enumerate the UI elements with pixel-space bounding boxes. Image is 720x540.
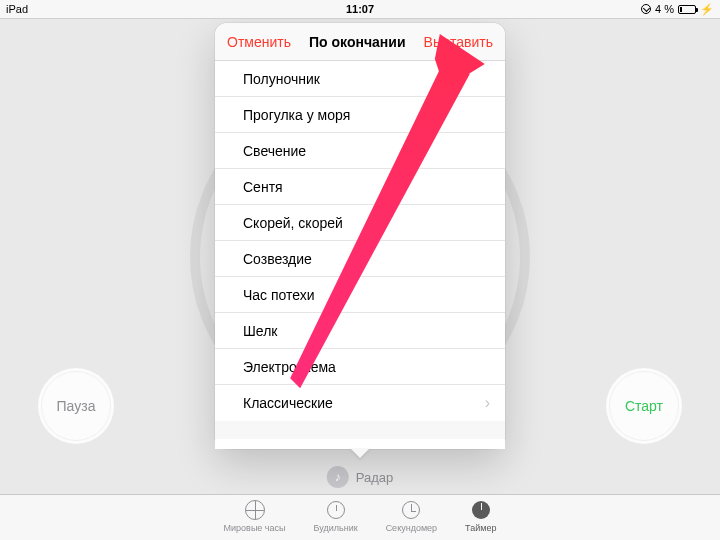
classic-row[interactable]: Классические › <box>215 385 505 421</box>
sound-option-label: Шелк <box>243 323 277 339</box>
sound-option-label: Созвездие <box>243 251 312 267</box>
status-bar: iPad 11:07 4 % ⚡ <box>0 0 720 18</box>
sound-label: Радар <box>356 470 394 485</box>
sound-option-label: Час потехи <box>243 287 315 303</box>
sound-option-label: Свечение <box>243 143 306 159</box>
sound-option-label: Электросхема <box>243 359 336 375</box>
charging-icon: ⚡ <box>700 3 714 16</box>
tab-label: Секундомер <box>386 523 437 533</box>
tab-alarm[interactable]: Будильник <box>314 499 358 540</box>
timer-stage: Пауза Старт ♪ Радар Отменить По окончани… <box>0 18 720 494</box>
pause-button[interactable]: Пауза <box>38 368 114 444</box>
popover-list[interactable]: Полуночник Прогулка у моря Свечение Сент… <box>215 61 505 449</box>
start-label: Старт <box>625 398 663 414</box>
status-time: 11:07 <box>346 3 374 15</box>
tab-timer[interactable]: Таймер <box>465 499 496 540</box>
start-button[interactable]: Старт <box>606 368 682 444</box>
cancel-button[interactable]: Отменить <box>227 34 291 50</box>
sound-option[interactable]: Шелк <box>215 313 505 349</box>
tab-label: Мировые часы <box>224 523 286 533</box>
chevron-right-icon: › <box>485 394 490 412</box>
sound-option[interactable]: Созвездие <box>215 241 505 277</box>
battery-icon <box>678 5 696 14</box>
popover-header: Отменить По окончании Выставить <box>215 23 505 61</box>
device-label: iPad <box>6 3 28 15</box>
classic-label: Классические <box>243 395 333 411</box>
sound-option[interactable]: Скорей, скорей <box>215 205 505 241</box>
tab-world-clock[interactable]: Мировые часы <box>224 499 286 540</box>
popover-arrow <box>350 448 370 458</box>
pause-label: Пауза <box>57 398 96 414</box>
sound-option[interactable]: Полуночник <box>215 61 505 97</box>
battery-text: 4 % <box>655 3 674 15</box>
timer-icon <box>472 501 490 519</box>
stopwatch-icon <box>402 501 420 519</box>
rotation-lock-icon <box>641 4 651 14</box>
set-button[interactable]: Выставить <box>424 34 493 50</box>
globe-icon <box>245 500 265 520</box>
sound-option-label: Сентя <box>243 179 283 195</box>
alarm-icon <box>327 501 345 519</box>
status-right: 4 % ⚡ <box>641 3 714 16</box>
sound-option[interactable]: Свечение <box>215 133 505 169</box>
tab-label: Таймер <box>465 523 496 533</box>
sound-option[interactable]: Электросхема <box>215 349 505 385</box>
sound-option[interactable]: Прогулка у моря <box>215 97 505 133</box>
sound-option-label: Полуночник <box>243 71 320 87</box>
sound-option[interactable]: Час потехи <box>215 277 505 313</box>
sound-option[interactable]: Сентя <box>215 169 505 205</box>
tab-stopwatch[interactable]: Секундомер <box>386 499 437 540</box>
sound-option-label: Прогулка у моря <box>243 107 350 123</box>
sound-row[interactable]: ♪ Радар <box>327 466 394 488</box>
sound-option-label: Скорей, скорей <box>243 215 343 231</box>
tab-label: Будильник <box>314 523 358 533</box>
popover-title: По окончании <box>309 34 405 50</box>
sound-picker-popover: Отменить По окончании Выставить Полуночн… <box>215 23 505 449</box>
tab-bar: Мировые часы Будильник Секундомер Таймер <box>0 494 720 540</box>
music-note-icon: ♪ <box>327 466 349 488</box>
